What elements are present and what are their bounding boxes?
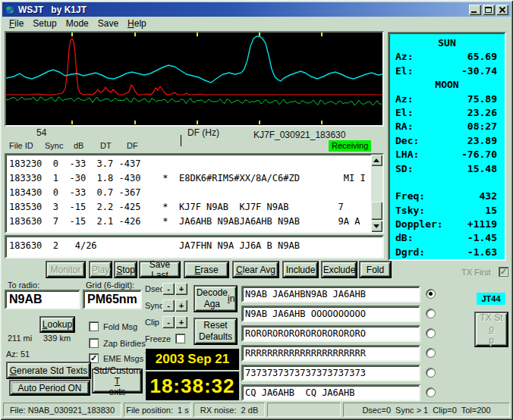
erase-button[interactable]: Erase	[184, 261, 229, 278]
maximize-button[interactable]	[483, 5, 495, 15]
col-db: dB	[74, 141, 83, 150]
stop-button[interactable]: Stop	[114, 261, 137, 278]
zap-birdies-checkbox[interactable]	[89, 338, 99, 348]
sync-plus-button[interactable]: +	[175, 299, 187, 312]
scroll-down-button[interactable]	[371, 221, 382, 232]
astro-row: Doppler:+1119	[389, 218, 505, 231]
mode-badge: JT44	[477, 293, 505, 305]
arrow-up-icon	[373, 158, 379, 162]
clip-plus-button[interactable]: +	[175, 316, 187, 328]
tx-message-5[interactable]: 7373737373737373737373	[241, 365, 420, 381]
text-cursor	[181, 135, 181, 146]
dsec-plus-button[interactable]: +	[175, 283, 187, 295]
to-radio-label: To radio:	[8, 281, 39, 290]
msg-radio-5[interactable]	[426, 368, 436, 378]
tx-message-2[interactable]: N9AB JA6AHB OOOOOOOOOO	[241, 306, 420, 322]
fold-msg-checkbox[interactable]	[89, 321, 99, 331]
decode-rows: 183230 0 -33 3.7 -437 183330 1 -30 1.8 -…	[6, 155, 382, 229]
zap-birdies-label: Zap Birdies	[103, 339, 146, 348]
tx-message-3[interactable]: RORORORORORORORORORORO	[241, 325, 420, 342]
auto-period-button[interactable]: Auto Period ON	[9, 380, 90, 396]
average-row: 183630 2 4/26 JA7FHN N9A JJ6A B N9AB	[6, 237, 382, 251]
fold-msg-label: Fold Msg	[103, 322, 137, 331]
status-file-position: File position: 1 s	[124, 403, 191, 417]
generate-std-texts-button[interactable]: Generate Std Texts	[6, 362, 91, 379]
status-rx-noise: RX noise: 2 dB	[194, 403, 265, 417]
tx-first-checkbox[interactable]: ✓	[499, 267, 508, 277]
col-sync: Sync	[45, 141, 63, 150]
msg-radio-4[interactable]	[426, 348, 436, 358]
menu-mode[interactable]: Mode	[63, 17, 95, 30]
grid-input[interactable]: PM65nm	[83, 290, 142, 309]
scroll-up-button[interactable]	[371, 155, 382, 166]
clip-label: Clip	[145, 318, 159, 327]
astro-row: RA:08:27	[389, 120, 505, 133]
decode-text-area[interactable]: 183230 0 -33 3.7 -437 183330 1 -30 1.8 -…	[5, 153, 384, 234]
dsec-minus-button[interactable]: -	[162, 283, 175, 295]
clip-minus-button[interactable]: -	[162, 316, 175, 328]
fold-button[interactable]: Fold	[359, 261, 392, 278]
distance-mi: 211 mi	[8, 334, 32, 343]
spectrum-display	[5, 31, 384, 127]
reset-defaults-button[interactable]: Reset Defaults	[194, 318, 238, 345]
save-last-button[interactable]: Save Last	[139, 261, 181, 278]
clear-avg-button[interactable]: Clear Avg	[232, 261, 279, 278]
df-axis-label: DF (Hz)	[187, 127, 219, 138]
menu-help[interactable]: Help	[124, 17, 153, 30]
include-button[interactable]: Include	[282, 261, 319, 278]
close-button[interactable]	[496, 5, 508, 15]
scroll-thumb[interactable]	[371, 202, 382, 220]
tx-first-label: TX First	[461, 268, 491, 277]
astro-section-header: SUN	[389, 36, 505, 50]
std-custom-texts-button[interactable]: Std/Custom Texts	[92, 368, 143, 393]
tx-message-6[interactable]: CQ JA6AHB CQ JA6AHB	[241, 384, 420, 401]
average-text-area[interactable]: 183630 2 4/26 JA7FHN N9A JJ6A B N9AB	[5, 235, 384, 259]
astro-row: Freq:432	[389, 190, 505, 203]
col-file-id: File ID	[9, 141, 33, 150]
window-title: WSJT by K1JT	[18, 5, 87, 15]
arrow-down-icon	[373, 224, 379, 228]
status-file: File: N9AB_030921_183830	[3, 403, 121, 417]
time-display: 18:38:32	[146, 371, 239, 400]
freeze-checkbox[interactable]	[175, 334, 185, 343]
date-display: 2003 Sep 21	[146, 349, 239, 370]
grid-label: Grid (6-digit):	[86, 281, 134, 290]
menu-setup[interactable]: Setup	[30, 17, 62, 30]
title-bar[interactable]: WSJT by K1JT	[2, 2, 511, 17]
astro-row: SD:15.48	[389, 162, 505, 176]
azimuth-label: Az: 51	[6, 349, 30, 359]
lookup-button[interactable]: Lookup	[39, 316, 75, 333]
tx-message-1[interactable]: N9AB JA6AHBN9AB JA6AHB	[241, 286, 420, 302]
msg-radio-3[interactable]	[426, 328, 436, 338]
astro-row: El:-30.74	[389, 64, 505, 78]
astro-row: El:23.26	[389, 106, 505, 120]
msg-radio-2[interactable]	[426, 309, 436, 318]
menu-bar: File Setup Mode Save Help	[2, 17, 511, 30]
decode-again-button[interactable]: Decode Again	[194, 285, 238, 312]
globe-app-icon	[5, 5, 15, 15]
menu-file[interactable]: File	[6, 17, 30, 30]
receiving-status-badge: Receiving	[329, 140, 371, 152]
astro-row: dB:-1.45	[389, 231, 505, 245]
sync-minus-button[interactable]: -	[162, 299, 175, 312]
distance-km: 339 km	[43, 334, 71, 343]
dsec-label: Dsec	[145, 284, 164, 293]
sync-label: Sync	[145, 301, 163, 310]
decode-scrollbar[interactable]	[371, 155, 382, 232]
menu-save[interactable]: Save	[95, 17, 124, 30]
spectrum-file-label: KJ7F_030921_183630	[253, 130, 345, 140]
to-radio-input[interactable]: N9AB	[5, 290, 80, 309]
msg-radio-6[interactable]	[426, 387, 436, 397]
play-button[interactable]: Play	[89, 261, 112, 278]
astro-row: Dec:23.89	[389, 134, 505, 148]
msg-radio-1[interactable]	[426, 289, 436, 299]
tx-stop-button[interactable]: TX Stop	[474, 312, 508, 347]
astro-data-panel: SUNAz:65.69El:-30.74MOONAz:75.89El:23.26…	[388, 32, 506, 261]
monitor-button[interactable]: Monitor	[46, 261, 86, 278]
minimize-icon	[471, 11, 477, 13]
freq-tick-label: 54	[36, 127, 46, 138]
exclude-button[interactable]: Exclude	[321, 261, 357, 278]
minimize-button[interactable]	[469, 5, 481, 15]
tx-message-4[interactable]: RRRRRRRRRRRRRRRRRRRRRR	[241, 345, 420, 362]
astro-row: LHA:-76.70	[389, 148, 505, 161]
